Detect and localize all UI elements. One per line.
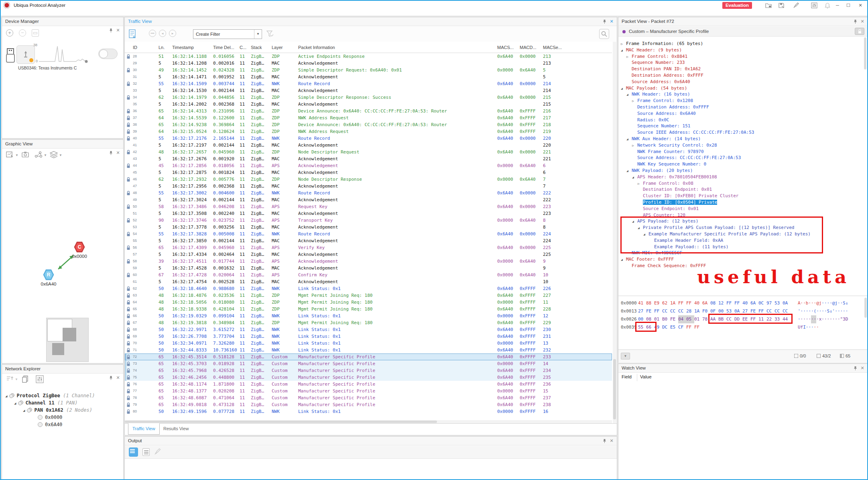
traffic-row[interactable]: 60 67 16:32:17.4728 0.020064 11 ZigB… AP… <box>125 272 612 278</box>
col-timestamp[interactable]: Timestamp <box>172 45 194 50</box>
expander-icon[interactable]: ▷ <box>626 54 632 60</box>
settings-sliders-icon[interactable] <box>811 2 817 8</box>
log-options-button[interactable] <box>142 448 150 456</box>
packet-tree-node[interactable]: Source Address: CC:CC:CC:FF:FE:27:0A:53 <box>618 155 859 161</box>
traffic-row[interactable]: 54 55 16:32:17.3828 0.005008 11 ZigB… NW… <box>125 231 612 237</box>
packet-tree-node[interactable]: NWK Key Sequence Number: 0 <box>618 161 859 167</box>
add-device-button[interactable]: + <box>6 29 13 37</box>
pin-icon[interactable] <box>108 150 114 156</box>
pin-icon[interactable] <box>852 366 858 371</box>
col-mac-dst[interactable]: MACD... <box>520 45 537 50</box>
device-info-button[interactable]: ▭ <box>32 29 39 37</box>
packet-tree-node[interactable]: Source Address: 0x6A40 <box>618 79 859 85</box>
chevron-down-icon[interactable]: ▼ <box>44 153 47 157</box>
traffic-row[interactable]: 29 5 16:32:14.1208 0.002016 11 ZigB… MAC… <box>125 60 612 67</box>
close-icon[interactable]: ✕ <box>860 18 865 24</box>
close-icon[interactable]: ✕ <box>115 150 121 155</box>
traffic-row[interactable]: 32 55 16:32:14.1509 0.003744 11 ZigB… NW… <box>125 80 612 87</box>
close-icon[interactable]: ✕ <box>115 27 121 33</box>
traffic-row[interactable]: 68 50 16:32:22.9971 3.615272 11 ZigB… NW… <box>125 326 612 333</box>
menu-item[interactable] <box>30 10 37 16</box>
packet-tree-node[interactable]: Destination Endpoint: 0x01 <box>618 186 859 193</box>
hex-ascii[interactable]: ········x·······"3D <box>798 315 848 323</box>
traffic-row[interactable]: 45 5 16:32:17.2875 0.001824 11 ZigB… MAC… <box>125 169 612 176</box>
tab-results-view[interactable]: Results View <box>163 426 189 431</box>
packet-tree-node[interactable]: Destination Address: 0xFFFF <box>618 104 859 110</box>
traffic-row[interactable]: 51 5 16:32:17.3508 0.002240 11 ZigB… MAC… <box>125 210 612 217</box>
autoscroll-button[interactable] <box>129 447 138 457</box>
packet-tree-node[interactable]: ▷Frame Control: 0x1208 <box>618 98 859 104</box>
traffic-row[interactable]: 41 5 16:32:17.2197 0.002144 11 ZigB… MAC… <box>125 142 612 149</box>
filter-dropdown-caret[interactable]: ▼ <box>254 30 262 39</box>
traffic-row[interactable]: 47 5 16:32:17.2956 0.002368 11 ZigB… MAC… <box>125 183 612 190</box>
col-field[interactable]: Field <box>622 374 632 379</box>
expander-icon[interactable]: ◢ <box>14 401 16 405</box>
packet-tree-node[interactable]: ▷Frame Information: (65 bytes) <box>618 41 859 47</box>
pin-icon[interactable] <box>852 19 858 25</box>
pin-icon[interactable] <box>108 375 114 381</box>
packet-tree-node[interactable]: Destination Address: 0xFFFF <box>618 72 859 79</box>
minimize-button[interactable]: ─ <box>834 2 841 9</box>
traffic-row[interactable]: 78 65 16:32:48.6087 0.471064 11 ZigB… Cu… <box>125 394 612 401</box>
traffic-row[interactable]: 36 65 16:32:14.4313 0.231096 11 ZigB… ZD… <box>125 108 612 114</box>
traffic-row[interactable]: 55 5 16:32:17.3850 0.002144 11 ZigB… MAC… <box>125 237 612 244</box>
packet-tree-node[interactable]: ▷Frame Control: 0x08 <box>618 180 859 187</box>
traffic-row[interactable]: 77 65 16:32:48.1377 0.020208 11 ZigB… Cu… <box>125 388 612 394</box>
expander-icon[interactable]: ◢ <box>5 394 7 398</box>
traffic-row[interactable]: 48 55 16:32:17.3002 0.004600 11 ZigB… NW… <box>125 190 612 196</box>
apply-filter-icon[interactable] <box>266 30 274 38</box>
col-ln[interactable]: Ln. <box>159 45 165 50</box>
search-button[interactable] <box>599 29 609 39</box>
export-graph-button[interactable] <box>6 151 14 158</box>
traffic-row[interactable]: 52 90 16:32:17.3746 0.023752 11 ZigB… AP… <box>125 217 612 224</box>
coordinator-node[interactable]: C <box>74 241 85 253</box>
traffic-row[interactable]: 33 5 16:32:14.1530 0.002144 11 ZigB… MAC… <box>125 87 612 94</box>
traffic-row[interactable]: 74 65 16:32:45.7968 0.426528 11 ZigB… Cu… <box>125 367 612 374</box>
comment-icon[interactable]: ••• <box>149 30 156 37</box>
col-channel[interactable]: C... <box>240 45 246 50</box>
packet-tree-node[interactable]: ◢NWK Payload: (20 bytes) <box>618 167 859 174</box>
pin-icon[interactable] <box>108 28 114 33</box>
packet-tree-node[interactable]: Cluster ID: [0xFEB0] Private Cluster <box>618 193 859 199</box>
traffic-row[interactable]: 49 5 16:32:17.3024 0.002144 11 ZigB… MAC… <box>125 196 612 203</box>
next-comment-icon[interactable]: ▸ <box>169 30 176 37</box>
traffic-row[interactable]: 71 50 16:32:44.8333 10.736160 11 ZigB… N… <box>125 347 612 353</box>
traffic-row[interactable]: 39 64 16:32:15.0524 0.128624 11 ZigB… ZD… <box>125 128 612 135</box>
packet-tree-node[interactable]: ◢NWK Aux Header: (14 bytes) <box>618 136 859 142</box>
chevron-down-icon[interactable]: ▼ <box>59 153 62 157</box>
scrollbar-thumb[interactable] <box>613 359 616 419</box>
expander-icon[interactable]: ◢ <box>621 86 626 92</box>
menu-item[interactable] <box>8 10 15 16</box>
horizontal-scrollbar[interactable] <box>125 420 612 423</box>
decryption-lock-button[interactable] <box>855 28 864 35</box>
packet-tree-node[interactable]: Source IEEE Address: CC:CC:CC:FF:FE:27:0… <box>618 129 859 136</box>
col-value[interactable]: Value <box>640 374 652 379</box>
menu-item[interactable] <box>22 10 30 16</box>
traffic-row[interactable]: 59 5 16:32:17.4528 0.001632 11 ZigB… MAC… <box>125 265 612 272</box>
prev-comment-icon[interactable]: ◂ <box>159 30 166 37</box>
traffic-row[interactable]: 53 5 16:32:17.3778 0.003256 11 ZigB… MAC… <box>125 224 612 231</box>
expander-icon[interactable]: ◢ <box>626 92 632 98</box>
tree-item-pan[interactable]: ◢PAN 0x1A62 (2 Nodes) <box>23 407 92 415</box>
traffic-row[interactable]: 56 65 16:32:17.4309 0.045960 11 ZigB… AP… <box>125 244 612 251</box>
traffic-row[interactable]: 40 55 16:32:17.2176 2.165144 11 ZigB… NW… <box>125 135 612 142</box>
packet-tree-node[interactable]: ◢MAC Payload: (54 bytes) <box>618 85 859 92</box>
traffic-row[interactable]: 69 50 16:32:26.7708 3.773704 11 ZigB… NW… <box>125 333 612 340</box>
close-icon[interactable]: ✕ <box>609 438 614 443</box>
traffic-row[interactable]: 64 48 16:32:18.5056 0.018080 11 ZigB… ZD… <box>125 299 612 306</box>
packet-tree-node[interactable]: ◢MAC Footer: 0xFFFF <box>618 256 859 263</box>
traffic-row[interactable]: 57 5 16:32:17.4334 0.002464 11 ZigB… MAC… <box>125 251 612 258</box>
traffic-row[interactable]: 34 62 16:32:14.1979 0.044856 11 ZigB… ZD… <box>125 94 612 101</box>
col-timedelta[interactable]: Time Del... <box>213 45 234 50</box>
traffic-row[interactable]: 66 50 16:32:19.0329 0.099104 11 ZigB… NW… <box>125 313 612 319</box>
hex-options-button[interactable]: ▼ <box>621 353 630 359</box>
hex-ascii[interactable]: UfI····· <box>798 323 819 331</box>
close-icon[interactable]: ✕ <box>609 18 614 24</box>
menu-item[interactable] <box>1 10 8 16</box>
device-button[interactable] <box>16 45 35 64</box>
clear-brush-icon[interactable] <box>793 2 799 8</box>
traffic-row[interactable]: 50 58 16:32:17.3486 0.046208 11 ZigB… AP… <box>125 203 612 210</box>
traffic-row[interactable]: 28 51 16:32:14.1188 0.016056 11 ZigB… ZD… <box>125 53 612 60</box>
traffic-row[interactable]: 42 48 16:32:17.2657 0.045960 11 ZigB… ZD… <box>125 149 612 155</box>
traffic-row[interactable]: 31 5 16:32:14.1471 0.001952 11 ZigB… MAC… <box>125 74 612 80</box>
